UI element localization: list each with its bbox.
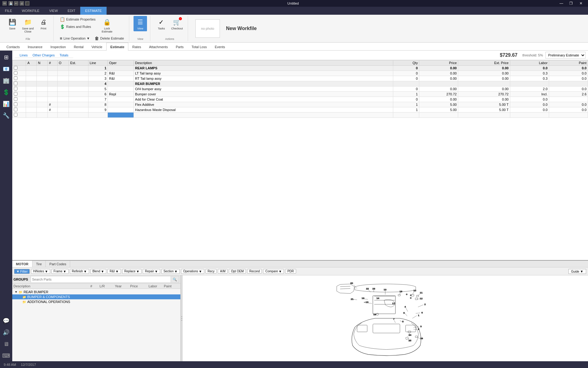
line-operation-button[interactable]: ≡ Line Operation ▼ [58, 35, 92, 42]
svg-line-6 [418, 305, 424, 307]
table-row[interactable]: 7 Add for Clear Coat 0 0.00 0.00 0.0 [13, 97, 588, 102]
nav-tab-total-loss[interactable]: Total Loss [188, 43, 211, 51]
nav-tab-estimate[interactable]: Estimate [106, 43, 128, 51]
tab-estimate[interactable]: ESTIMATE [80, 7, 107, 15]
nav-tab-attachments[interactable]: Attachments [145, 43, 172, 51]
sidebar-icon-audio[interactable]: 🔊 [1, 327, 12, 338]
delete-estimate-button[interactable]: 🗑 Delete Estimate [93, 35, 126, 42]
sub-tab-totals[interactable]: Totals [57, 53, 71, 58]
estimate-table-scroll[interactable]: A N # O Est. Line Oper Description Qty [12, 60, 588, 260]
row-checkbox[interactable] [14, 82, 17, 85]
sidebar-icon-tools[interactable]: 🔧 [1, 110, 12, 121]
replace-button[interactable]: Replace ▼ [122, 269, 142, 274]
save-quick-icon[interactable]: 💾 [9, 1, 13, 6]
refinish-button[interactable]: Refinish ▼ [70, 269, 89, 274]
nav-tab-parts[interactable]: Parts [172, 43, 188, 51]
ri-button[interactable]: R&I ▼ [107, 269, 121, 274]
line-operation-label: Line Operation ▼ [63, 36, 90, 40]
hinotes-button[interactable]: HiNotes ▼ [31, 269, 50, 274]
nav-tab-rates[interactable]: Rates [128, 43, 145, 51]
col-description: Description [13, 284, 90, 288]
tasks-button[interactable]: ✓ Tasks [155, 16, 168, 31]
table-row[interactable] [13, 113, 588, 118]
sidebar-icon-chart[interactable]: 📊 [1, 98, 12, 109]
recond-button[interactable]: Recond [247, 269, 262, 274]
recy-button[interactable]: Recy [205, 269, 217, 274]
row-checkbox[interactable] [14, 87, 17, 90]
sidebar-icon-building[interactable]: 🏢 [1, 75, 12, 86]
row-checkbox[interactable] [14, 76, 17, 80]
frame-button[interactable]: Frame ▼ [51, 269, 69, 274]
table-row[interactable]: # 9 Hazardous Waste Disposal 1 5.00 5.00… [13, 107, 588, 113]
row-checkbox[interactable] [14, 97, 17, 101]
estimate-type-select[interactable]: Preliminary Estimate Final Estimate Supp… [545, 52, 586, 59]
blend-button[interactable]: Blend ▼ [90, 269, 106, 274]
table-row[interactable]: 5 O/H bumper assy 0 0.00 0.00 2.0 0.0 [13, 86, 588, 92]
tree-item-additional-operations[interactable]: 📁 ADDITIONAL OPERATIONS [12, 299, 180, 304]
sidebar-icon-monitor[interactable]: 🖥 [1, 339, 12, 350]
tab-file[interactable]: FILE [0, 7, 17, 15]
save-button[interactable]: 💾 Save [6, 16, 19, 31]
save-close-button[interactable]: 📁 Save andClose [20, 16, 36, 34]
table-row[interactable]: 6 Repl Bumper cover 1 270.72 270.72 Incl… [13, 92, 588, 97]
table-row[interactable]: 2 R&I LT Tail lamp assy 0 0.00 0.00 0.3 … [13, 71, 588, 76]
rates-rules-button[interactable]: 💲 Rates and Rules [58, 23, 97, 30]
row-checkbox[interactable] [14, 113, 17, 117]
search-parts-input[interactable] [31, 278, 171, 281]
tree-item-rear-bumper[interactable]: ▼ 📁 REAR BUMPER [12, 289, 180, 294]
sidebar-icon-mail[interactable]: 📧 [1, 63, 12, 75]
view-button[interactable]: ☰ View [134, 16, 147, 31]
sub-tab-other-charges[interactable]: Other Charges [30, 53, 57, 58]
undo-quick-icon[interactable]: ↩ [14, 1, 18, 6]
nav-tab-events[interactable]: Events [211, 43, 229, 51]
lock-estimate-button[interactable]: 🔒 LockEstimate [100, 16, 114, 34]
row-checkbox[interactable] [14, 108, 17, 111]
sidebar-icon-keyboard[interactable]: ⌨ [1, 350, 12, 361]
repair-button[interactable]: Repair ▼ [143, 269, 160, 274]
tab-edit[interactable]: EDIT [63, 7, 80, 15]
sidebar-icon-home[interactable]: ⊞ [1, 52, 12, 63]
section-button[interactable]: Section ▼ [161, 269, 180, 274]
table-row[interactable]: # 8 Flex Additive 1 5.00 5.00 T 0.0 0.0 [13, 102, 588, 107]
row-checkbox[interactable] [14, 92, 17, 96]
search-button[interactable]: 🔍 [171, 276, 179, 282]
nav-tab-insurance[interactable]: Insurance [24, 43, 46, 51]
sidebar-icon-money[interactable]: 💲 [1, 87, 12, 98]
table-row[interactable]: 1 REAR LAMPS 0 0.00 0.00 0.0 0.0 [13, 66, 588, 71]
maximize-button[interactable]: ❐ [567, 0, 576, 7]
lower-tab-motor[interactable]: MOTOR [12, 261, 32, 267]
ribbon-group-view: ☰ View View [130, 16, 150, 41]
table-row[interactable]: 4 REAR BUMPER [13, 81, 588, 86]
print-button[interactable]: 🖨 Print [37, 16, 50, 31]
col-oper: Oper [108, 60, 134, 66]
sub-tab-lines[interactable]: Lines [17, 53, 30, 58]
opt-oem-button[interactable]: Opt OEM [229, 269, 246, 274]
nav-tab-contacts[interactable]: Contacts [2, 43, 24, 51]
svg-rect-23 [411, 294, 414, 296]
screen-quick-icon[interactable]: ⬛ [25, 1, 29, 6]
filter-button[interactable]: ▼ Filter [14, 269, 30, 274]
print-quick-icon[interactable]: 🖨 [20, 1, 24, 6]
table-row[interactable]: 3 R&I RT Tail lamp assy 0 0.00 0.00 0.3 … [13, 76, 588, 81]
tab-workfile[interactable]: WORKFILE [17, 7, 44, 15]
checkout-button[interactable]: 🛒 ! Checkout [169, 16, 185, 31]
am-button[interactable]: A/M [218, 269, 228, 274]
close-button[interactable]: ✕ [576, 0, 586, 7]
tab-view[interactable]: VIEW [44, 7, 63, 15]
row-checkbox[interactable] [14, 66, 17, 70]
compare-button[interactable]: Compare ▼ [263, 269, 284, 274]
guide-button[interactable]: Guide ▼ [568, 269, 586, 274]
pdr-button[interactable]: PDR [285, 269, 296, 274]
estimate-properties-button[interactable]: 📋 Estimate Properties [58, 16, 97, 23]
nav-tab-rental[interactable]: Rental [70, 43, 88, 51]
tree-item-bumper-components[interactable]: 📁 BUMPER & COMPONENTS [12, 294, 180, 299]
nav-tab-vehicle[interactable]: Vehicle [88, 43, 106, 51]
lower-tab-tire[interactable]: Tire [32, 261, 46, 267]
operations-button[interactable]: Operations ▼ [181, 269, 204, 274]
minimize-button[interactable]: — [557, 0, 566, 7]
row-checkbox[interactable] [14, 102, 17, 106]
lower-tab-part-codes[interactable]: Part Codes [46, 261, 70, 267]
row-checkbox[interactable] [14, 71, 17, 75]
nav-tab-inspection[interactable]: Inspection [47, 43, 70, 51]
sidebar-icon-chat[interactable]: 💬 [1, 315, 12, 326]
